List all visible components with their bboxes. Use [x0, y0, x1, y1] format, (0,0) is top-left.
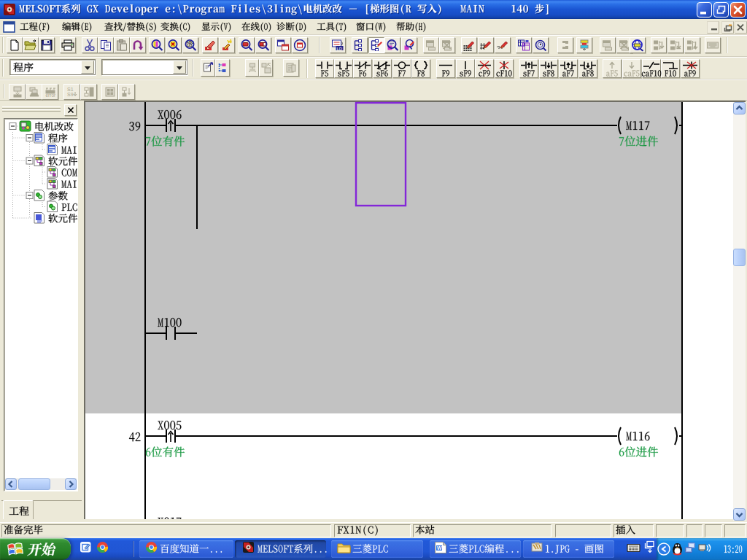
svg-text:LD: LD	[337, 47, 343, 51]
svg-text:error: error	[45, 93, 56, 98]
svg-text:S1: S1	[67, 87, 74, 92]
svg-text:S9: S9	[67, 92, 74, 97]
